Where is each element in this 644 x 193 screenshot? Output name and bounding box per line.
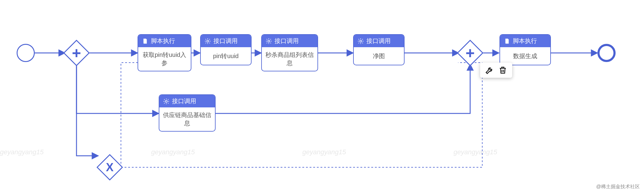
watermark: geyangyang15 [0, 148, 44, 156]
gear-icon [163, 98, 170, 105]
edge-layer [0, 0, 644, 193]
task-clean-image[interactable]: 接口调用 净图 [353, 34, 405, 65]
task-get-pin-param[interactable]: 脚本执行 获取pin转uuid入参 [138, 34, 191, 71]
task-type-label: 接口调用 [275, 37, 299, 45]
svg-point-0 [207, 40, 209, 42]
end-event[interactable] [597, 44, 616, 62]
x-icon: X [101, 159, 118, 176]
task-pin-to-uuid[interactable]: 接口调用 pin转uuid [200, 34, 252, 65]
node-action-popup [480, 63, 512, 78]
svg-point-1 [268, 40, 270, 42]
start-event[interactable] [17, 44, 35, 62]
gateway-parallel-split[interactable]: + [63, 40, 90, 66]
task-label: 获取pin转uuid入参 [138, 47, 191, 71]
task-label: 净图 [354, 47, 404, 65]
plus-icon: + [68, 44, 85, 61]
watermark: geyangyang15 [151, 148, 195, 156]
script-icon [142, 38, 148, 44]
task-seckill-list[interactable]: 接口调用 秒杀商品组列表信息 [261, 34, 318, 71]
attribution-text: @稀土掘金技术社区 [596, 184, 640, 190]
bpmn-canvas[interactable]: + + X 脚本执行 获取pin转uuid入参 接口调用 pin转uuid 接口… [0, 0, 644, 193]
task-supply-chain[interactable]: 接口调用 供应链商品基础信息 [159, 94, 216, 132]
task-type-label: 脚本执行 [151, 37, 175, 45]
task-label: 数据生成 [500, 47, 550, 65]
task-type-label: 脚本执行 [513, 37, 537, 45]
gear-icon [204, 38, 211, 44]
svg-point-3 [165, 100, 167, 102]
plus-icon: + [462, 44, 479, 61]
task-type-label: 接口调用 [213, 37, 238, 45]
task-type-label: 接口调用 [366, 37, 391, 45]
gateway-exclusive[interactable]: X [96, 154, 123, 181]
script-icon [504, 38, 510, 44]
trash-icon[interactable] [498, 66, 507, 75]
gateway-parallel-join[interactable]: + [457, 40, 483, 66]
task-label: pin转uuid [201, 47, 251, 65]
task-label: 供应链商品基础信息 [159, 107, 215, 131]
wrench-icon[interactable] [485, 66, 494, 75]
gear-icon [357, 38, 364, 44]
task-label: 秒杀商品组列表信息 [262, 47, 317, 71]
task-generate-data[interactable]: 脚本执行 数据生成 [499, 34, 551, 65]
gear-icon [265, 38, 272, 44]
watermark: geyangyang15 [454, 148, 497, 156]
svg-point-2 [360, 40, 362, 42]
watermark: geyangyang15 [302, 148, 346, 156]
task-type-label: 接口调用 [172, 97, 196, 105]
